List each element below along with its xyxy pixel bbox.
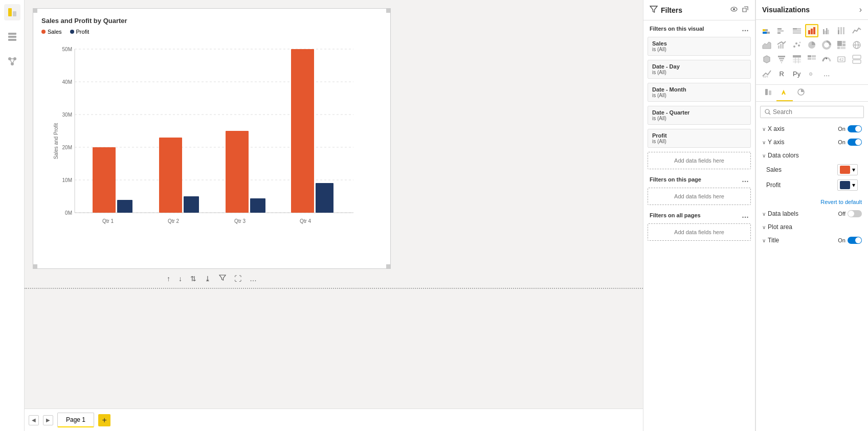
viz-title: Visualizations <box>762 6 810 14</box>
filters-allpages-more[interactable]: … <box>742 211 749 219</box>
plot-area-chevron[interactable]: ∨ <box>762 224 766 230</box>
plot-area-label: ∨ Plot area <box>762 223 792 231</box>
filters-expand-icon[interactable] <box>742 6 749 14</box>
profit-color-picker[interactable]: ▾ <box>837 179 858 191</box>
shape-map-icon-btn[interactable] <box>760 53 773 66</box>
title-toggle[interactable]: On <box>838 237 862 244</box>
y-axis-toggle[interactable]: On <box>838 139 862 146</box>
data-labels-toggle[interactable]: Off <box>838 210 862 217</box>
more-visuals-icon-btn[interactable]: … <box>820 67 833 80</box>
add-fields-visual-btn[interactable]: Add data fields here <box>648 152 751 169</box>
filter-card-sales[interactable]: Sales is (All) <box>648 37 751 56</box>
data-labels-toggle-track[interactable] <box>848 210 862 217</box>
add-fields-allpages-btn[interactable]: Add data fields here <box>648 223 751 241</box>
data-colors-label: ∨ Data colors <box>762 152 799 159</box>
sidebar-report-icon[interactable] <box>4 4 20 20</box>
title-chevron[interactable]: ∨ <box>762 238 766 243</box>
resize-handle-tl[interactable] <box>33 9 37 13</box>
svg-point-59 <box>793 46 795 48</box>
100pct-col-icon-btn[interactable] <box>835 24 848 37</box>
svg-rect-76 <box>781 62 782 63</box>
fullscreen-btn[interactable]: ⛶ <box>233 274 242 284</box>
clustered-col-icon-btn[interactable] <box>820 24 833 37</box>
more-options-btn[interactable]: … <box>249 274 258 284</box>
clustered-bar-icon-btn[interactable] <box>775 24 788 37</box>
legend-sales: Sales <box>41 29 62 35</box>
funnel-icon-btn[interactable] <box>775 53 788 66</box>
y-axis-chevron[interactable]: ∨ <box>762 140 766 145</box>
filters-eye-icon[interactable] <box>730 6 738 14</box>
title-section: ∨ Title On <box>756 234 868 247</box>
tab-format[interactable] <box>776 85 793 101</box>
sales-color-dropdown-icon[interactable]: ▾ <box>852 166 855 173</box>
stacked-col-icon-btn[interactable] <box>805 24 818 37</box>
filters-page-more[interactable]: … <box>742 175 749 184</box>
add-page-btn[interactable]: + <box>98 414 110 426</box>
svg-point-98 <box>765 109 769 114</box>
filters-page-header: Filters on this page … <box>643 171 755 186</box>
sidebar-model-icon[interactable] <box>4 53 20 70</box>
search-box <box>760 106 864 118</box>
sort-desc-btn[interactable]: ↓ <box>177 274 183 284</box>
filter-date-quarter-name: Date - Quarter <box>652 109 746 116</box>
add-fields-page-btn[interactable]: Add data fields here <box>648 188 751 205</box>
data-colors-chevron[interactable]: ∨ <box>762 153 766 158</box>
100pct-bar-icon-btn[interactable] <box>790 24 804 37</box>
filter-btn[interactable] <box>218 273 227 284</box>
line-chart-icon-btn[interactable] <box>850 24 863 37</box>
sort-both-btn[interactable]: ⇅ <box>189 274 197 284</box>
donut-chart-icon-btn[interactable] <box>820 38 833 52</box>
x-axis-toggle-track[interactable] <box>848 125 862 132</box>
multi-row-card-icon-btn[interactable] <box>850 53 863 66</box>
main-area: Sales and Profit by Quarter Sales Profit <box>25 0 643 431</box>
map-icon-btn[interactable] <box>850 38 863 52</box>
revert-default-btn[interactable]: Revert to default <box>756 197 868 207</box>
filter-profit-value: is (All) <box>652 139 746 144</box>
filter-card-date-day[interactable]: Date - Day is (All) <box>648 60 751 79</box>
tab-analytics[interactable] <box>793 85 809 101</box>
title-toggle-track[interactable] <box>848 237 862 244</box>
data-labels-chevron[interactable]: ∨ <box>762 211 766 217</box>
page-next-btn[interactable]: ▶ <box>43 415 53 425</box>
svg-text:Sales and Profit: Sales and Profit <box>53 123 59 159</box>
x-axis-toggle[interactable]: On <box>838 125 862 132</box>
gauge-icon-btn[interactable] <box>820 53 833 66</box>
expand-btn[interactable]: ⤓ <box>204 274 212 284</box>
resize-handle-br[interactable] <box>386 264 390 268</box>
svg-rect-90 <box>853 55 861 59</box>
svg-rect-74 <box>779 58 784 59</box>
filter-card-date-quarter[interactable]: Date - Quarter is (All) <box>648 106 751 125</box>
sort-asc-btn[interactable]: ↑ <box>166 274 171 284</box>
kpi-icon-btn[interactable]: KPI <box>760 67 773 80</box>
line-clustered-icon-btn[interactable] <box>775 38 788 52</box>
area-chart-icon-btn[interactable] <box>760 38 773 52</box>
profit-color-dropdown-icon[interactable]: ▾ <box>852 182 855 189</box>
page-prev-btn[interactable]: ◀ <box>29 415 39 425</box>
r-visual-icon-btn[interactable]: R <box>775 67 788 80</box>
viz-close-icon[interactable]: › <box>859 5 862 14</box>
svg-rect-45 <box>811 29 813 34</box>
custom-visual-icon-btn[interactable]: ⚙ <box>805 67 818 80</box>
x-axis-chevron[interactable]: ∨ <box>762 126 766 132</box>
y-axis-toggle-track[interactable] <box>848 139 862 146</box>
search-input[interactable] <box>773 108 859 116</box>
sales-color-picker[interactable]: ▾ <box>837 164 858 175</box>
scatter-chart-icon-btn[interactable] <box>790 38 804 52</box>
svg-rect-86 <box>812 58 816 60</box>
filter-card-date-month[interactable]: Date - Month is (All) <box>648 83 751 102</box>
filters-visual-more[interactable]: … <box>742 25 749 33</box>
tab-fields[interactable] <box>760 85 776 101</box>
card-icon-btn[interactable]: 42 <box>835 53 848 66</box>
treemap-icon-btn[interactable] <box>835 38 848 52</box>
stacked-bar-icon-btn[interactable] <box>760 24 773 37</box>
resize-handle-tr[interactable] <box>386 9 390 13</box>
page-1-tab[interactable]: Page 1 <box>57 413 94 427</box>
svg-rect-69 <box>840 47 845 49</box>
pie-chart-icon-btn[interactable] <box>805 38 818 52</box>
table-icon-btn[interactable] <box>790 53 804 66</box>
sidebar-data-icon[interactable] <box>4 29 20 45</box>
resize-handle-bl[interactable] <box>33 264 37 268</box>
matrix-icon-btn[interactable] <box>805 53 818 66</box>
python-visual-icon-btn[interactable]: Py <box>790 67 804 80</box>
filter-card-profit[interactable]: Profit is (All) <box>648 129 751 148</box>
